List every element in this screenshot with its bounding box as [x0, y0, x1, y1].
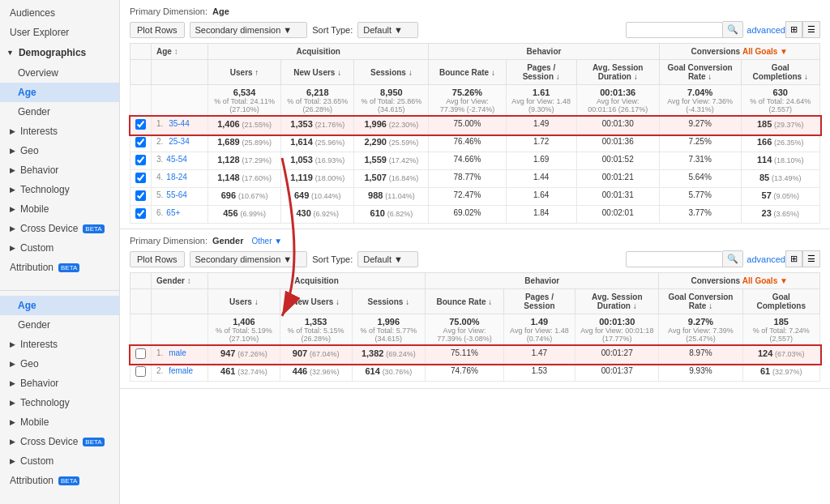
list-view-button-2[interactable]: ☰ — [802, 250, 820, 267]
total-pages: 1.61 Avg for View: 1.48 (9.30%) — [506, 85, 576, 117]
grid-view-button[interactable]: ⊞ — [785, 21, 802, 38]
sort-icon[interactable]: ↕ — [174, 47, 178, 56]
sidebar-item-cross-device-2[interactable]: ▶ Cross Device BETA — [0, 432, 119, 451]
col-goal-completions[interactable]: Goal Completions ↓ — [741, 60, 819, 85]
sort-default-select-2[interactable]: Default ▼ — [357, 251, 418, 267]
row-new-users: 1,614 (25.96%) — [281, 135, 354, 152]
col-new-users[interactable]: New Users ↓ — [281, 60, 354, 85]
sidebar-item-gender[interactable]: Gender — [0, 102, 119, 122]
chevron-right-icon: ▶ — [10, 360, 15, 368]
sidebar-item-age[interactable]: Age — [0, 83, 119, 102]
chevron-right-icon: ▶ — [10, 418, 15, 426]
sidebar-item-attribution-2[interactable]: Attribution BETA — [0, 471, 119, 490]
advanced-link-2[interactable]: advanced — [747, 254, 785, 264]
row-checkbox[interactable] — [130, 117, 152, 135]
grid-view-button-2[interactable]: ⊞ — [785, 250, 802, 267]
table-row: 1. 35-44 1,406 (21.55%) 1,353 (21.76%) — [130, 117, 820, 135]
advanced-link[interactable]: advanced — [747, 25, 785, 35]
primary-dim-label: Primary Dimension: — [130, 6, 208, 16]
sidebar-item-demographics[interactable]: ▼ Demographics — [0, 42, 119, 63]
sidebar-item-audiences[interactable]: Audiences — [0, 3, 119, 23]
total-sessions: 8,950 % of Total: 25.86% (34.615) — [354, 85, 429, 117]
list-view-button[interactable]: ☰ — [802, 21, 820, 38]
plot-rows-button[interactable]: Plot Rows — [130, 22, 185, 38]
sidebar-item-technology[interactable]: ▶ Technology — [0, 180, 119, 199]
sidebar-label: Overview — [18, 67, 58, 79]
row-dim-link-g2[interactable]: female — [169, 366, 193, 375]
sort-icon-g[interactable]: ↕ — [187, 276, 191, 285]
search-button-2[interactable]: 🔍 — [723, 250, 743, 267]
sidebar-item-technology-2[interactable]: ▶ Technology — [0, 393, 119, 412]
col-sessions[interactable]: Sessions ↓ — [354, 60, 429, 85]
primary-dim-label-2: Primary Dimension: — [130, 236, 208, 246]
col-bounce-g[interactable]: Bounce Rate ↓ — [426, 289, 504, 314]
secondary-dimension-select[interactable]: Secondary dimension ▼ — [190, 22, 308, 38]
row-dim-link[interactable]: 45-54 — [166, 155, 187, 164]
sidebar-item-mobile[interactable]: ▶ Mobile — [0, 199, 119, 219]
col-users-g[interactable]: Users ↓ — [208, 289, 280, 314]
col-avg-session-g[interactable]: Avg. Session Duration ↓ — [575, 289, 659, 314]
secondary-dimension-select-2[interactable]: Secondary dimension ▼ — [190, 251, 308, 267]
plot-rows-button-2[interactable]: Plot Rows — [130, 251, 185, 267]
search-button[interactable]: 🔍 — [723, 21, 743, 38]
col-pages-session[interactable]: Pages / Session ↓ — [506, 60, 576, 85]
sidebar-item-cross-device[interactable]: ▶ Cross Device BETA — [0, 219, 119, 238]
sidebar-item-overview[interactable]: Overview — [0, 63, 119, 83]
sidebar-item-geo-2[interactable]: ▶ Geo — [0, 354, 119, 374]
col-sessions-g[interactable]: Sessions ↓ — [352, 289, 426, 314]
toolbar-gender: Plot Rows Secondary dimension ▼ Sort Typ… — [130, 250, 820, 267]
col-age — [152, 60, 208, 85]
table-total-row-g: 1,406 % of Total: 5.19% (27.10%) 1,353 %… — [130, 314, 820, 346]
col-goal-conv-g[interactable]: Goal Conversion Rate ↓ — [659, 289, 742, 314]
total-bounce: 75.26% Avg for View: 77.39% (-2.74%) — [429, 85, 506, 117]
row-sessions: 1,996 (22.30%) — [354, 117, 429, 135]
col-pages-g[interactable]: Pages / Session — [503, 289, 575, 314]
all-goals-select[interactable]: All Goals ▼ — [742, 47, 788, 56]
primary-dimension-bar-2: Primary Dimension: Gender Other ▼ — [130, 236, 820, 246]
sidebar-label: Age — [18, 87, 36, 98]
main-content: Primary Dimension: Age Plot Rows Seconda… — [120, 0, 830, 504]
sidebar-item-custom-2[interactable]: ▶ Custom — [0, 451, 119, 471]
sidebar-item-behavior[interactable]: ▶ Behavior — [0, 160, 119, 180]
search-input[interactable] — [626, 22, 723, 38]
acquisition-header: Acquisition — [208, 44, 429, 60]
all-goals-select-g[interactable]: All Goals ▼ — [742, 276, 788, 285]
row-dim-link-g[interactable]: male — [169, 348, 186, 357]
gender-header-label: Gender — [156, 276, 185, 285]
col-goal-comp-g[interactable]: Goal Completions — [742, 289, 819, 314]
gender-col-header: Gender ↕ — [152, 273, 208, 289]
toolbar-age: Plot Rows Secondary dimension ▼ Sort Typ… — [130, 21, 820, 38]
col-users[interactable]: Users ↑ — [208, 60, 281, 85]
row-checkbox[interactable] — [130, 152, 152, 170]
row-checkbox[interactable] — [130, 135, 152, 152]
row-goal-conv: 9.27% — [659, 117, 741, 135]
col-goal-conv[interactable]: Goal Conversion Rate ↓ — [659, 60, 741, 85]
primary-dim-value: Age — [212, 6, 229, 16]
row-dim-link[interactable]: 25-34 — [169, 137, 190, 146]
sidebar-item-geo[interactable]: ▶ Geo — [0, 141, 119, 160]
other-link[interactable]: Other ▼ — [251, 237, 282, 246]
sidebar-label: Mobile — [20, 203, 49, 215]
sidebar-item-behavior-2[interactable]: ▶ Behavior — [0, 374, 119, 393]
sidebar-item-interests-2[interactable]: ▶ Interests — [0, 335, 119, 354]
sidebar-item-mobile-2[interactable]: ▶ Mobile — [0, 412, 119, 432]
sidebar-item-age-2[interactable]: Age — [0, 296, 119, 315]
row-check-input[interactable] — [135, 155, 146, 165]
sidebar-label: Attribution — [10, 262, 53, 273]
row-check-input[interactable] — [135, 137, 146, 147]
sidebar-item-attribution[interactable]: Attribution BETA — [0, 258, 119, 277]
row-dim-link[interactable]: 35-44 — [169, 119, 190, 128]
sort-default-select[interactable]: Default ▼ — [357, 22, 418, 38]
col-new-users-g[interactable]: New Users ↓ — [280, 289, 352, 314]
sidebar-item-interests[interactable]: ▶ Interests — [0, 122, 119, 141]
sidebar-item-user-explorer[interactable]: User Explorer — [0, 23, 119, 42]
row-check-input[interactable] — [135, 119, 146, 130]
primary-dim-value-2: Gender — [212, 236, 244, 246]
row-checkbox[interactable] — [130, 170, 152, 188]
col-bounce-rate[interactable]: Bounce Rate ↓ — [429, 60, 506, 85]
sidebar-label: Mobile — [20, 416, 49, 428]
col-avg-session[interactable]: Avg. Session Duration ↓ — [576, 60, 659, 85]
sidebar-item-gender-2[interactable]: Gender — [0, 315, 119, 335]
search-input-2[interactable] — [626, 251, 723, 267]
sidebar-item-custom[interactable]: ▶ Custom — [0, 238, 119, 258]
